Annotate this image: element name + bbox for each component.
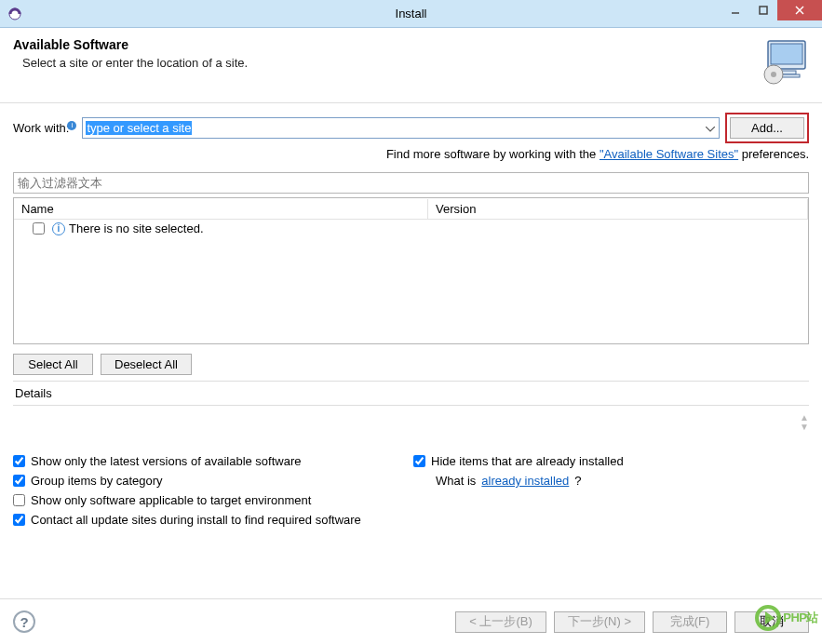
svg-rect-6 (771, 44, 802, 64)
svg-point-10 (771, 72, 776, 77)
column-version[interactable]: Version (428, 199, 808, 219)
header-title: Available Software (13, 37, 248, 52)
title-bar: Install (0, 0, 822, 28)
work-with-label: Work with:i (13, 121, 76, 135)
work-with-combo[interactable]: type or select a site (82, 117, 720, 139)
add-button[interactable]: Add... (730, 117, 804, 139)
what-is-installed: What is already installed? (413, 474, 809, 488)
work-with-placeholder: type or select a site (86, 121, 192, 135)
select-all-button[interactable]: Select All (13, 354, 93, 375)
minimize-button[interactable] (721, 0, 749, 20)
tree-empty-message: There is no site selected. (69, 221, 204, 235)
option-contact-all[interactable]: Contact all update sites during install … (13, 513, 809, 527)
install-header-icon (761, 37, 809, 86)
find-more-text: Find more software by working with the "… (13, 147, 809, 161)
already-installed-link[interactable]: already installed (481, 474, 569, 488)
details-box: ▲▼ (13, 409, 809, 445)
details-resize-handle[interactable]: ▲▼ (800, 413, 809, 432)
next-button[interactable]: 下一步(N) > (554, 611, 645, 633)
filter-input[interactable] (13, 172, 809, 194)
tree-header: Name Version (14, 198, 808, 220)
app-icon (7, 7, 22, 21)
checkbox-show-latest[interactable] (13, 455, 25, 467)
checkbox-hide-installed[interactable] (413, 455, 425, 467)
maximize-button[interactable] (749, 0, 777, 20)
checkbox-contact-all[interactable] (13, 514, 25, 526)
window-controls (721, 0, 822, 20)
tree-row-empty: i There is no site selected. (14, 220, 808, 237)
checkbox-applicable-target[interactable] (13, 494, 25, 506)
svg-rect-2 (760, 7, 767, 14)
option-group-by-category[interactable]: Group items by category (13, 474, 413, 488)
column-name[interactable]: Name (14, 199, 428, 219)
option-hide-installed[interactable]: Hide items that are already installed (413, 454, 809, 468)
close-button[interactable] (777, 0, 822, 20)
dialog-footer: ? < 上一步(B) 下一步(N) > 完成(F) 取消 (0, 598, 822, 644)
option-show-latest[interactable]: Show only the latest versions of availab… (13, 454, 413, 468)
add-button-highlight: Add... (725, 113, 809, 143)
info-icon: i (52, 222, 65, 235)
finish-button[interactable]: 完成(F) (653, 611, 727, 633)
available-software-sites-link[interactable]: "Available Software Sites" (600, 147, 738, 161)
details-label: Details (13, 381, 809, 406)
tree-row-checkbox[interactable] (33, 222, 45, 235)
checkbox-group-category[interactable] (13, 475, 25, 487)
window-title: Install (0, 7, 822, 20)
software-tree[interactable]: Name Version i There is no site selected… (13, 197, 809, 344)
cancel-button[interactable]: 取消 (734, 611, 809, 633)
chevron-down-icon (702, 121, 719, 135)
header-subtitle: Select a site or enter the location of a… (13, 56, 248, 70)
dialog-body: Work with:i type or select a site Add...… (0, 103, 822, 532)
option-applicable-target[interactable]: Show only software applicable to target … (13, 493, 809, 507)
deselect-all-button[interactable]: Deselect All (101, 354, 192, 375)
info-icon: i (67, 121, 76, 130)
help-icon[interactable]: ? (13, 610, 35, 633)
back-button[interactable]: < 上一步(B) (455, 611, 546, 633)
dialog-header: Available Software Select a site or ente… (0, 28, 822, 103)
